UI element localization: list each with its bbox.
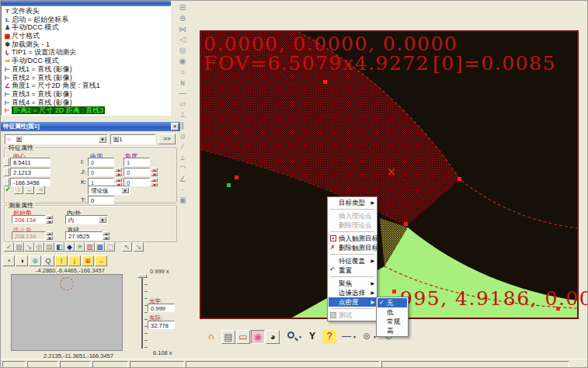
feature-tool-icon[interactable]: ⊞ — [173, 2, 192, 13]
feature-tool-icon[interactable]: ○ — [173, 67, 192, 78]
toolbar-icon[interactable]: ◎ — [34, 242, 44, 252]
center-coordinate-field[interactable]: 8.5411 — [10, 158, 50, 166]
tree-item[interactable]: Ŧ文件表头 — [3, 7, 170, 16]
toolbar-icon[interactable]: ▨ — [14, 242, 24, 252]
feature-tool-icon[interactable]: ▱ — [173, 99, 192, 109]
camera-preview[interactable] — [11, 274, 123, 351]
menu-item[interactable]: 点密度▶ — [329, 297, 376, 307]
feature-panel-titlebar[interactable]: 特征属性[圆1] — [1, 122, 180, 131]
tree-item[interactable]: Ŀ启动 = 起始坐标系 — [3, 16, 170, 24]
toolbar-icon[interactable]: ↘ — [134, 242, 144, 252]
diameter-field[interactable]: 27.9525 — [65, 231, 103, 240]
inout-combo[interactable]: 内 ▼ — [65, 215, 108, 224]
expand-button[interactable]: >> — [158, 134, 176, 144]
toolbar-icon[interactable]: ▢ — [105, 242, 115, 252]
toolbar-icon[interactable]: ◆ — [64, 242, 75, 252]
toolbar-icon[interactable]: ◧ — [54, 242, 64, 252]
tree-item[interactable]: ⊢直线4 = 直线 (影像) — [3, 99, 170, 107]
move-button[interactable]: ⇥ — [36, 186, 45, 194]
toolbar-icon[interactable]: ↘ — [24, 242, 34, 252]
tree-item[interactable]: ✱加载测头 - 1 — [3, 40, 170, 49]
actual-zoom-field[interactable]: 32.778 — [148, 321, 175, 329]
end-angle-field[interactable]: 208.134 — [12, 231, 46, 240]
tree-item[interactable]: ⊢直线3 = 直线 (影像) — [3, 90, 170, 99]
feature-name-field[interactable]: 圆1 — [110, 134, 155, 144]
tree-item[interactable]: ⊢直线1 = 直线 (影像) — [3, 65, 170, 74]
tree-item[interactable]: ⊢距离2 = 尺寸 2D 距离 : 直线3 — [3, 106, 170, 115]
vector-field[interactable]: 1 — [124, 158, 150, 166]
menu-item[interactable]: 特征覆盖▶ — [329, 256, 376, 266]
vector-spinner[interactable] — [151, 178, 158, 186]
flip-vector-button[interactable]: ↔ — [25, 186, 34, 194]
pattern-button[interactable]: ⁞ — [14, 186, 23, 194]
graphics-tool-icon[interactable]: ∩ — [204, 330, 218, 344]
center-coordinate-field[interactable]: 2.1213 — [10, 168, 50, 176]
theo-combo[interactable]: 理论值 ▼ — [88, 186, 130, 195]
feature-tool-icon[interactable]: — — [173, 88, 192, 99]
tree-item[interactable]: ⇨手动/DCC 模式 — [3, 57, 170, 65]
zoom-slider-track[interactable] — [141, 276, 143, 349]
toolbar-icon[interactable]: ↖ — [122, 242, 132, 252]
graphics-tool-icon[interactable]: ⊛ — [360, 330, 374, 344]
diameter-spinner[interactable] — [103, 231, 110, 240]
toolbar-icon[interactable]: ▩ — [95, 242, 105, 252]
submenu-item[interactable]: ✓无 — [378, 298, 407, 307]
feature-tool-icon[interactable]: ⋈ — [173, 24, 192, 35]
toolbar-icon[interactable]: ✳ — [75, 242, 85, 252]
graphics-tool-icon[interactable]: ▭ — [236, 330, 250, 344]
toolbar-icon[interactable]: ! — [55, 255, 68, 266]
graphics-tool-icon[interactable]: ▤ — [221, 330, 235, 344]
toolbar-icon[interactable]: ⊛ — [29, 255, 41, 266]
chevron-down-icon[interactable]: ▼ — [99, 136, 106, 143]
feature-tool-icon[interactable]: ⊕ — [173, 13, 192, 24]
chevron-down-icon[interactable]: ▼ — [298, 335, 302, 339]
optical-zoom-field[interactable]: 0.999 — [148, 304, 175, 312]
tree-item[interactable]: ĻTIP1 = 设置活动测尖 — [3, 48, 170, 57]
end-angle-spinner[interactable] — [46, 231, 53, 240]
toolbar-icon[interactable]: → — [95, 255, 107, 266]
toolbar-icon[interactable]: ▤ — [44, 242, 54, 252]
chevron-down-icon[interactable]: ▼ — [121, 187, 129, 193]
graphics-tool-icon[interactable]: ◕ — [266, 330, 280, 344]
axis-lock-button[interactable] — [4, 168, 9, 176]
graphics-tool-icon[interactable]: Y — [305, 330, 319, 344]
submenu-item[interactable]: 高 — [378, 326, 407, 335]
tree-item[interactable]: ⊢直线2 = 直线 (影像) — [3, 74, 170, 82]
vector-field[interactable]: 0 — [88, 168, 114, 176]
graphics-tool-icon[interactable]: — — [339, 330, 353, 344]
vector-field[interactable]: 0 — [88, 158, 114, 166]
t-field[interactable]: 0 — [88, 196, 114, 204]
submenu-item[interactable]: 常规 — [378, 317, 407, 326]
submenu-item[interactable]: 低 — [378, 307, 407, 317]
graphics-tool-icon[interactable]: ? — [322, 330, 336, 344]
chevron-down-icon[interactable]: ▼ — [353, 335, 357, 339]
tree-item[interactable]: ▦尺寸格式 — [3, 32, 170, 40]
close-icon[interactable]: ✕ — [171, 123, 179, 130]
start-angle-field[interactable]: 208.134 — [12, 215, 46, 224]
feature-tool-icon[interactable]: ◉ — [173, 56, 192, 67]
toolbar-icon[interactable]: ⊕ — [82, 255, 94, 266]
toolbar-icon[interactable]: Q — [42, 255, 54, 266]
vector-spinner[interactable] — [151, 168, 158, 176]
toolbar-icon[interactable]: ✓ — [4, 242, 14, 252]
feature-tool-icon[interactable]: ɴ — [173, 78, 192, 89]
menu-item[interactable]: 聚焦▶ — [329, 279, 376, 288]
menu-item[interactable]: 边缘选择▶ — [329, 288, 376, 297]
feature-tool-icon[interactable]: ◎ — [173, 45, 192, 56]
toolbar-icon[interactable]: ▥ — [85, 242, 95, 252]
start-angle-spinner[interactable] — [46, 215, 53, 224]
menu-item[interactable]: 插入触测目标 — [329, 234, 376, 243]
vector-field[interactable]: 0 — [124, 168, 150, 176]
graphics-tool-icon[interactable] — [285, 330, 299, 344]
menu-item[interactable]: 目标类型▶ — [329, 198, 376, 207]
feature-tool-icon[interactable]: ⊥ — [173, 109, 192, 120]
confirm-check-icon[interactable]: ✓ — [5, 185, 11, 193]
menu-item[interactable]: ✗删除触测目标 — [329, 243, 376, 252]
toolbar-icon[interactable]: ◔ — [2, 255, 15, 266]
toolbar-icon[interactable]: ◑ — [16, 255, 28, 266]
axis-lock-button[interactable] — [4, 158, 9, 166]
vector-spinner[interactable] — [115, 168, 122, 176]
feature-tool-icon[interactable]: ◁ — [173, 34, 192, 45]
tree-item[interactable]: ♟手动/DCC 模式 — [3, 23, 170, 32]
graphics-tool-icon[interactable]: ◉ — [251, 330, 265, 344]
